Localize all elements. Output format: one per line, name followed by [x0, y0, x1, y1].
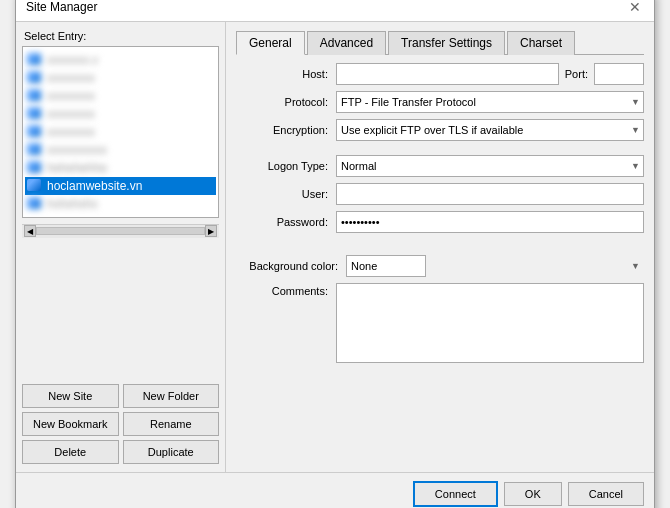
horizontal-scrollbar[interactable]: ◀ ▶ — [22, 224, 219, 238]
tab-advanced[interactable]: Advanced — [307, 31, 386, 55]
password-row: Password: — [236, 211, 644, 233]
protocol-select-wrap: FTP - File Transfer Protocol SFTP FTP ov… — [336, 91, 644, 113]
tree-area[interactable]: xxxxxxx.v xxxxxxxx xxxxxxxx xxxxxxx — [22, 46, 219, 218]
list-item[interactable]: xxxxxxxx — [25, 123, 216, 141]
protocol-row: Protocol: FTP - File Transfer Protocol S… — [236, 91, 644, 113]
password-input[interactable] — [336, 211, 644, 233]
site-name: hoclamwebsite.vn — [47, 179, 142, 193]
site-manager-dialog: Site Manager ✕ Select Entry: xxxxxxx.v — [15, 0, 655, 508]
site-name: hxhxhxhx — [47, 197, 98, 211]
site-name: xxxxxxxxxx — [47, 143, 107, 157]
list-item[interactable]: xxxxxxxx — [25, 87, 216, 105]
user-label: User: — [236, 188, 336, 200]
footer: Connect OK Cancel — [16, 472, 654, 509]
encryption-label: Encryption: — [236, 124, 336, 136]
logon-type-label: Logon Type: — [236, 160, 336, 172]
tab-general[interactable]: General — [236, 31, 305, 55]
tab-charset[interactable]: Charset — [507, 31, 575, 55]
delete-button[interactable]: Delete — [22, 440, 119, 464]
list-item[interactable]: xxxxxxxxxx — [25, 141, 216, 159]
user-row: User: — [236, 183, 644, 205]
list-item[interactable]: xxxxxxxx — [25, 105, 216, 123]
tree-scroll-area: xxxxxxx.v xxxxxxxx xxxxxxxx xxxxxxx — [22, 46, 225, 384]
site-icon — [27, 161, 43, 175]
select-entry-label: Select Entry: — [22, 30, 225, 42]
encryption-select-wrap: Use explicit FTP over TLS if available R… — [336, 119, 644, 141]
host-port-group: Port: — [336, 63, 644, 85]
list-item[interactable]: xxxxxxxx — [25, 69, 216, 87]
comments-label: Comments: — [236, 283, 336, 297]
bg-color-select[interactable]: None Red Green Blue Yellow — [346, 255, 426, 277]
site-name: xxxxxxxx — [47, 71, 95, 85]
password-label: Password: — [236, 216, 336, 228]
tree-items: xxxxxxx.v xxxxxxxx xxxxxxxx xxxxxxx — [23, 47, 218, 217]
bg-color-row: Background color: None Red Green Blue Ye… — [236, 255, 644, 277]
scroll-right-btn[interactable]: ▶ — [205, 225, 217, 237]
duplicate-button[interactable]: Duplicate — [123, 440, 220, 464]
new-bookmark-button[interactable]: New Bookmark — [22, 412, 119, 436]
port-label: Port: — [565, 68, 588, 80]
host-label: Host: — [236, 68, 336, 80]
bg-color-label: Background color: — [236, 260, 346, 272]
site-name: xxxxxxxx — [47, 89, 95, 103]
rename-button[interactable]: Rename — [123, 412, 220, 436]
port-input[interactable] — [594, 63, 644, 85]
site-name: hehehehhe — [47, 161, 107, 175]
list-item[interactable]: hehehehhe — [25, 159, 216, 177]
protocol-select[interactable]: FTP - File Transfer Protocol SFTP FTP ov… — [336, 91, 644, 113]
site-icon — [27, 125, 43, 139]
user-input[interactable] — [336, 183, 644, 205]
chevron-down-icon: ▼ — [631, 261, 640, 271]
host-row: Host: Port: — [236, 63, 644, 85]
site-icon — [27, 89, 43, 103]
new-site-button[interactable]: New Site — [22, 384, 119, 408]
left-buttons: New Site New Folder New Bookmark Rename … — [22, 384, 219, 464]
site-name: xxxxxxxx — [47, 125, 95, 139]
site-icon — [27, 197, 43, 211]
encryption-select[interactable]: Use explicit FTP over TLS if available R… — [336, 119, 644, 141]
list-item-selected[interactable]: hoclamwebsite.vn — [25, 177, 216, 195]
ok-button[interactable]: OK — [504, 482, 562, 506]
encryption-row: Encryption: Use explicit FTP over TLS if… — [236, 119, 644, 141]
close-button[interactable]: ✕ — [626, 0, 644, 16]
new-folder-button[interactable]: New Folder — [123, 384, 220, 408]
site-name: xxxxxxx.v — [47, 53, 98, 67]
connect-button[interactable]: Connect — [413, 481, 498, 507]
right-panel: General Advanced Transfer Settings Chars… — [226, 22, 654, 472]
list-item[interactable]: xxxxxxx.v — [25, 51, 216, 69]
logon-type-select-wrap: Anonymous Normal Ask for password Intera… — [336, 155, 644, 177]
site-icon — [27, 179, 43, 193]
scrollbar-track[interactable] — [36, 227, 205, 235]
comments-textarea[interactable] — [336, 283, 644, 363]
window-title: Site Manager — [26, 0, 97, 14]
dialog-body: Select Entry: xxxxxxx.v xxxxxxxx — [16, 22, 654, 472]
host-input[interactable] — [336, 63, 559, 85]
cancel-button[interactable]: Cancel — [568, 482, 644, 506]
list-item[interactable]: hxhxhxhx — [25, 195, 216, 213]
comments-row: Comments: — [236, 283, 644, 363]
logon-type-select[interactable]: Anonymous Normal Ask for password Intera… — [336, 155, 644, 177]
left-panel: Select Entry: xxxxxxx.v xxxxxxxx — [16, 22, 226, 472]
tab-transfer-settings[interactable]: Transfer Settings — [388, 31, 505, 55]
form-section: Host: Port: Protocol: FTP - File Transfe… — [236, 63, 644, 464]
protocol-label: Protocol: — [236, 96, 336, 108]
tabs: General Advanced Transfer Settings Chars… — [236, 30, 644, 55]
bg-color-select-wrap: None Red Green Blue Yellow ▼ — [346, 255, 644, 277]
site-name: xxxxxxxx — [47, 107, 95, 121]
scroll-left-btn[interactable]: ◀ — [24, 225, 36, 237]
site-icon — [27, 107, 43, 121]
logon-type-row: Logon Type: Anonymous Normal Ask for pas… — [236, 155, 644, 177]
site-icon — [27, 71, 43, 85]
site-icon — [27, 53, 43, 67]
site-icon — [27, 143, 43, 157]
title-bar: Site Manager ✕ — [16, 0, 654, 22]
